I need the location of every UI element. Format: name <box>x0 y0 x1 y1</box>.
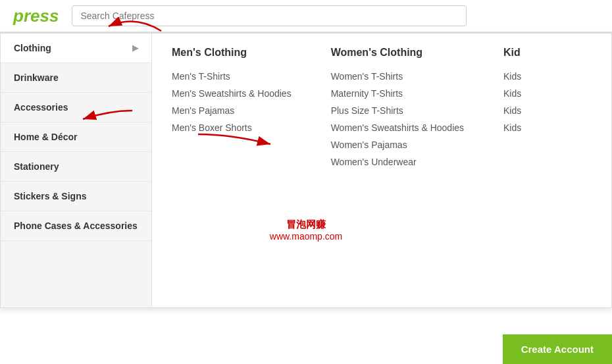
mens-sweatshirts-link[interactable]: Men's Sweatshirts & Hoodies <box>172 85 292 102</box>
mens-tshirts-link[interactable]: Men's T-Shirts <box>172 68 292 85</box>
sidebar-item-home-decor[interactable]: Home & Décor <box>1 122 151 152</box>
kids-link-2[interactable]: Kids <box>503 85 543 102</box>
plus-size-tshirts-link[interactable]: Plus Size T-Shirts <box>331 102 464 119</box>
womens-clothing-column: Women's Clothing Women's T-Shirts Matern… <box>331 47 464 294</box>
kids-link-1[interactable]: Kids <box>503 68 543 85</box>
kids-clothing-heading: Kid <box>503 47 543 59</box>
sidebar-item-phone-cases[interactable]: Phone Cases & Accessories <box>1 211 151 241</box>
sidebar-item-stationery-label: Stationery <box>14 161 59 172</box>
sidebar-item-accessories[interactable]: Accessories <box>1 93 151 122</box>
watermark-line2: www.maomp.com <box>270 231 342 242</box>
mens-clothing-heading: Men's Clothing <box>172 47 292 59</box>
mens-pajamas-link[interactable]: Men's Pajamas <box>172 102 292 119</box>
search-input[interactable] <box>72 5 467 26</box>
sidebar-item-home-decor-label: Home & Décor <box>14 132 77 142</box>
header-top: press <box>0 5 612 32</box>
mens-clothing-list: Men's T-Shirts Men's Sweatshirts & Hoodi… <box>172 68 292 136</box>
sidebar-item-accessories-label: Accessories <box>14 102 68 113</box>
mens-boxer-shorts-link[interactable]: Men's Boxer Shorts <box>172 119 292 136</box>
womens-clothing-list: Women's T-Shirts Maternity T-Shirts Plus… <box>331 68 464 170</box>
sidebar-item-stationery[interactable]: Stationery <box>1 152 151 182</box>
sidebar-item-drinkware[interactable]: Drinkware <box>1 63 151 93</box>
dropdown-menu: Clothing ▶ Drinkware Accessories Home & … <box>0 32 612 308</box>
womens-tshirts-link[interactable]: Women's T-Shirts <box>331 68 464 85</box>
sidebar-item-clothing[interactable]: Clothing ▶ <box>1 34 151 63</box>
logo-text: press <box>13 6 59 26</box>
watermark-line1: 冒泡网赚 <box>270 219 342 231</box>
logo: press <box>13 6 59 26</box>
kids-clothing-column: Kid Kids Kids Kids Kids <box>503 47 543 294</box>
kids-clothing-list: Kids Kids Kids Kids <box>503 68 543 136</box>
kids-link-4[interactable]: Kids <box>503 119 543 136</box>
dropdown-sidebar: Clothing ▶ Drinkware Accessories Home & … <box>1 34 152 307</box>
mens-clothing-column: Men's Clothing Men's T-Shirts Men's Swea… <box>172 47 292 294</box>
sidebar-item-phone-cases-label: Phone Cases & Accessories <box>14 221 138 231</box>
search-bar <box>72 5 467 26</box>
sidebar-item-stickers-signs-label: Stickers & Signs <box>14 191 87 201</box>
dropdown-content: Men's Clothing Men's T-Shirts Men's Swea… <box>152 34 611 307</box>
kids-link-3[interactable]: Kids <box>503 102 543 119</box>
chevron-right-icon: ▶ <box>132 43 138 53</box>
womens-pajamas-link[interactable]: Women's Pajamas <box>331 136 464 153</box>
womens-clothing-heading: Women's Clothing <box>331 47 464 59</box>
watermark: 冒泡网赚 www.maomp.com <box>270 219 342 242</box>
create-account-button[interactable]: Create Account <box>503 334 612 364</box>
sidebar-item-stickers-signs[interactable]: Stickers & Signs <box>1 182 151 211</box>
sidebar-item-clothing-label: Clothing <box>14 43 51 53</box>
womens-sweatshirts-link[interactable]: Women's Sweatshirts & Hoodies <box>331 119 464 136</box>
maternity-tshirts-link[interactable]: Maternity T-Shirts <box>331 85 464 102</box>
sidebar-item-drinkware-label: Drinkware <box>14 72 59 83</box>
womens-underwear-link[interactable]: Women's Underwear <box>331 153 464 170</box>
